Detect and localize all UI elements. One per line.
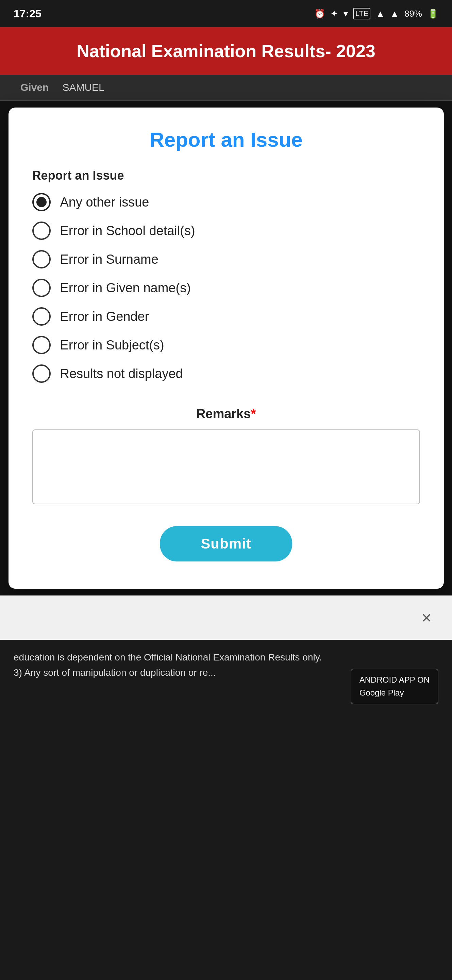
footer-text: education is dependent on the Official N… [0, 640, 452, 691]
report-section-label: Report an Issue [32, 169, 420, 183]
radio-error-surname[interactable]: Error in Surname [32, 250, 420, 269]
remarks-textarea[interactable] [32, 430, 420, 504]
submit-button[interactable]: Submit [160, 526, 292, 562]
radio-circle-surname [32, 250, 51, 269]
close-button[interactable]: × [415, 606, 438, 630]
radio-label-surname: Error in Surname [60, 252, 159, 267]
radio-label-given-name: Error in Given name(s) [60, 281, 191, 295]
google-play-badge[interactable]: ANDROID APP ON Google Play [350, 669, 438, 705]
modal-card: Report an Issue Report an Issue Any othe… [8, 108, 444, 589]
bg-content: Given SAMUEL [0, 75, 452, 101]
given-value: SAMUEL [62, 82, 104, 93]
status-bar: 17:25 ⏰ ✦ ▾ LTE ▲ ▲ 89% 🔋 [0, 0, 452, 27]
radio-circle-results [32, 364, 51, 383]
modal-overlay: Report an Issue Report an Issue Any othe… [0, 101, 452, 595]
signal2-icon: ▲ [390, 8, 399, 19]
radio-error-given-name[interactable]: Error in Given name(s) [32, 279, 420, 297]
radio-circle-gender [32, 307, 51, 326]
radio-label-subject: Error in Subject(s) [60, 338, 164, 353]
issue-radio-group: Any other issue Error in School detail(s… [32, 193, 420, 383]
bluetooth-icon: ✦ [331, 8, 338, 19]
app-title: National Examination Results- 2023 [76, 41, 376, 61]
status-time: 17:25 [14, 8, 41, 20]
radio-label-school: Error in School detail(s) [60, 224, 195, 238]
radio-label-gender: Error in Gender [60, 309, 149, 324]
wifi-icon: ▾ [344, 8, 348, 19]
radio-any-other-issue[interactable]: Any other issue [32, 193, 420, 211]
remarks-section: Remarks* [32, 407, 420, 506]
signal-icon: ▲ [376, 8, 385, 19]
radio-circle-school [32, 221, 51, 240]
app-header: National Examination Results- 2023 [0, 27, 452, 75]
footer-line2: 3) Any sort of manipulation or duplicati… [14, 667, 216, 678]
radio-circle-given-name [32, 279, 51, 297]
bottom-bar: × [0, 595, 452, 640]
modal-title: Report an Issue [32, 128, 420, 151]
radio-error-school[interactable]: Error in School detail(s) [32, 221, 420, 240]
lte-icon: LTE [354, 8, 371, 19]
remarks-asterisk: * [251, 407, 256, 421]
radio-label-results: Results not displayed [60, 366, 183, 381]
candidate-details-row: Given SAMUEL [21, 82, 431, 93]
alarm-icon: ⏰ [314, 8, 325, 19]
footer-line1: education is dependent on the Official N… [14, 652, 322, 662]
radio-circle-any-other [32, 193, 51, 211]
status-icons: ⏰ ✦ ▾ LTE ▲ ▲ 89% 🔋 [314, 8, 438, 19]
radio-results-not-displayed[interactable]: Results not displayed [32, 364, 420, 383]
radio-label-any-other: Any other issue [60, 195, 149, 210]
battery-text: 89% [404, 8, 422, 19]
battery-icon: 🔋 [428, 8, 438, 19]
radio-error-subject[interactable]: Error in Subject(s) [32, 336, 420, 354]
given-label: Given [21, 82, 49, 93]
radio-error-gender[interactable]: Error in Gender [32, 307, 420, 326]
radio-circle-subject [32, 336, 51, 354]
remarks-label: Remarks* [32, 407, 420, 421]
